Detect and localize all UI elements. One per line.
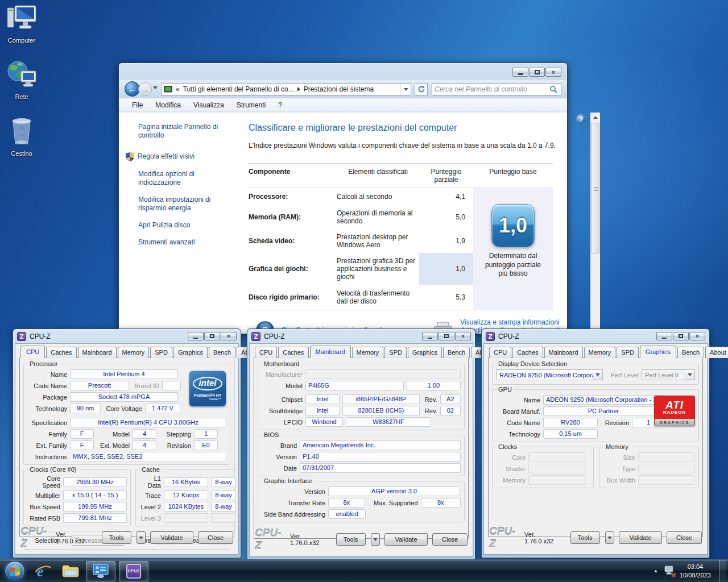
- footer: CPU-Z Ver. 1.76.0.x32 Tools Validate Clo…: [489, 525, 702, 550]
- transfer-rate-field: 8x: [328, 498, 365, 508]
- row-element: Calcoli al secondo: [337, 188, 419, 205]
- search-icon[interactable]: [549, 85, 558, 94]
- sidebar-item-visual-effects[interactable]: Regola effetti visivi: [126, 152, 224, 161]
- sidebar-item-disk-cleanup[interactable]: Apri Pulizia disco: [138, 221, 224, 230]
- show-desktop-button[interactable]: [719, 560, 726, 582]
- scroll-up-button[interactable]: [591, 113, 600, 122]
- tab-spd[interactable]: SPD: [617, 347, 639, 358]
- tab-about[interactable]: About: [705, 347, 728, 358]
- taskbar-cpuz-button[interactable]: CPUZ: [119, 561, 148, 581]
- tab-bench[interactable]: Bench: [677, 347, 704, 358]
- desktop-icon-recycle-bin[interactable]: Cestino: [0, 115, 43, 157]
- menu-file[interactable]: File: [127, 100, 148, 110]
- tab-memory[interactable]: Memory: [118, 347, 150, 358]
- tools-button[interactable]: Tools: [570, 531, 600, 544]
- sidebar-item-power[interactable]: Modifica impostazioni di risparmio energ…: [138, 196, 224, 213]
- breadcrumb[interactable]: « Tutti gli elementi del Pannello di co.…: [161, 83, 411, 95]
- tab-caches[interactable]: Caches: [512, 347, 543, 358]
- title-bar[interactable]: Z CPU-Z ×: [483, 329, 708, 343]
- show-hidden-icons-button[interactable]: ▲: [653, 568, 658, 573]
- tab-spd[interactable]: SPD: [384, 347, 407, 358]
- search-box[interactable]: [432, 83, 561, 95]
- board-manuf-field: PC Partner: [543, 406, 664, 416]
- breadcrumb-dropdown-button[interactable]: [400, 84, 411, 95]
- system-monitor-icon: [93, 564, 109, 579]
- network-status-icon[interactable]: ×: [664, 566, 674, 577]
- tab-spd[interactable]: SPD: [150, 347, 172, 358]
- menu-strumenti[interactable]: Strumenti: [231, 100, 271, 110]
- menu-visualizza[interactable]: Visualizza: [188, 100, 229, 110]
- tab-graphics[interactable]: Graphics: [640, 346, 676, 358]
- minimize-button[interactable]: [512, 68, 528, 77]
- control-panel-window: × ← → « Tutti gli elementi del Pannello …: [118, 63, 568, 334]
- maximize-button[interactable]: [204, 332, 220, 340]
- tab-bench[interactable]: Bench: [443, 347, 470, 358]
- menu-modifica[interactable]: Modifica: [150, 100, 186, 110]
- tab-mainboard[interactable]: Mainboard: [78, 347, 117, 358]
- tab-graphics[interactable]: Graphics: [408, 347, 442, 358]
- tools-dropdown-button[interactable]: [136, 531, 146, 544]
- tools-button[interactable]: Tools: [102, 531, 131, 544]
- start-button[interactable]: [5, 561, 25, 581]
- tools-dropdown-button[interactable]: [371, 533, 380, 546]
- close-button[interactable]: ×: [221, 332, 237, 340]
- tab-cpu[interactable]: CPU: [255, 347, 277, 358]
- tab-memory[interactable]: Memory: [352, 347, 384, 358]
- scroll-thumb[interactable]: [592, 123, 599, 253]
- tab-mainboard[interactable]: Mainboard: [544, 347, 583, 358]
- help-button[interactable]: ?: [576, 114, 586, 124]
- desktop-icon-computer[interactable]: Computer: [0, 5, 43, 44]
- scrollbar[interactable]: [590, 113, 600, 334]
- tab-cpu[interactable]: CPU: [489, 347, 511, 358]
- base-score-caption: Determinato dal punteggio parziale più b…: [481, 252, 545, 278]
- close-button[interactable]: Close: [432, 533, 468, 546]
- search-input[interactable]: [432, 85, 549, 93]
- refresh-button[interactable]: [415, 83, 428, 95]
- perf-level-dropdown[interactable]: Perf Level 0: [642, 369, 695, 380]
- validate-button[interactable]: Validate: [150, 531, 194, 544]
- validate-button[interactable]: Validate: [619, 531, 663, 544]
- minimize-button[interactable]: [188, 332, 204, 340]
- tab-cpu[interactable]: CPU: [20, 346, 45, 358]
- cpu-extmodel-field: 4: [133, 440, 156, 450]
- breadcrumb-overflow-chevron[interactable]: «: [176, 85, 180, 93]
- cpuz-logo: CPU-Z: [255, 527, 286, 552]
- tab-caches[interactable]: Caches: [46, 347, 76, 358]
- tools-button[interactable]: Tools: [336, 533, 366, 546]
- title-bar[interactable]: ×: [119, 63, 567, 80]
- close-button[interactable]: ×: [455, 332, 471, 340]
- maximize-button[interactable]: [673, 332, 689, 340]
- display-device-dropdown[interactable]: RADEON 9250 (Microsoft Corporation: [496, 369, 603, 380]
- breadcrumb-item-performance[interactable]: Prestazioni del sistema: [304, 85, 374, 93]
- tab-graphics[interactable]: Graphics: [173, 347, 208, 358]
- taskbar-performance-window-button[interactable]: [86, 561, 115, 581]
- tab-bench[interactable]: Bench: [209, 347, 235, 358]
- sidebar-item-indexing[interactable]: Modifica opzioni di indicizzazione: [138, 170, 224, 187]
- close-button[interactable]: Close: [198, 531, 233, 544]
- menu-help[interactable]: ?: [273, 100, 287, 110]
- tools-dropdown-button[interactable]: [605, 531, 614, 544]
- breadcrumb-item-all-panel[interactable]: Tutti gli elementi del Pannello di co...: [183, 85, 294, 93]
- back-button[interactable]: ←: [125, 81, 140, 97]
- close-button[interactable]: ×: [689, 332, 705, 340]
- sidebar-item-home[interactable]: Pagina iniziale Pannello di controllo: [138, 123, 224, 140]
- taskbar-explorer-button[interactable]: [58, 561, 83, 581]
- taskbar-clock[interactable]: 03:04 10/08/2023: [680, 563, 713, 580]
- tab-caches[interactable]: Caches: [278, 347, 308, 358]
- maximize-button[interactable]: [439, 332, 454, 340]
- close-button[interactable]: ×: [545, 68, 561, 77]
- title-bar[interactable]: Z CPU-Z ×: [15, 329, 239, 343]
- minimize-button[interactable]: [656, 332, 672, 340]
- minimize-button[interactable]: [422, 332, 438, 340]
- maximize-button[interactable]: [529, 68, 545, 77]
- forward-button[interactable]: →: [138, 82, 152, 96]
- close-button[interactable]: Close: [667, 531, 702, 544]
- sidebar-item-advanced-tools[interactable]: Strumenti avanzati: [138, 238, 224, 247]
- taskbar-ie-button[interactable]: e: [31, 561, 56, 581]
- desktop-icon-network[interactable]: Rete: [0, 60, 43, 100]
- tab-mainboard[interactable]: Mainboard: [310, 346, 351, 358]
- title-bar[interactable]: Z CPU-Z ×: [249, 329, 473, 343]
- tab-memory[interactable]: Memory: [584, 347, 616, 358]
- validate-button[interactable]: Validate: [384, 533, 428, 546]
- recent-pages-dropdown-icon[interactable]: [153, 86, 158, 89]
